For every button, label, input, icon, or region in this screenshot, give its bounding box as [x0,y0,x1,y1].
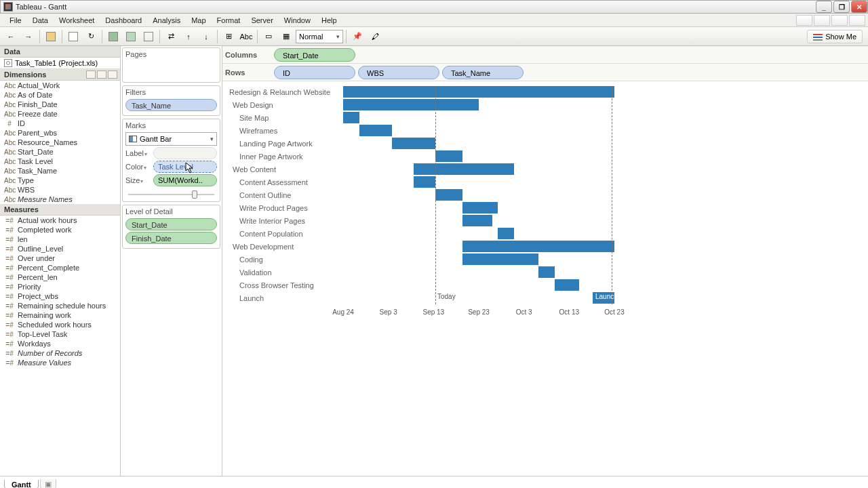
measure-field[interactable]: =#Remaining schedule hours [0,301,120,310]
lod-pill-finishdate[interactable]: Finish_Date [125,232,217,244]
label-shelf-label[interactable]: Label [125,149,151,157]
view-icon[interactable] [86,70,96,79]
menu-help[interactable]: Help [316,15,342,26]
col-pill-startdate[interactable]: Start_Date [274,48,355,62]
menu-dashboard[interactable]: Dashboard [100,15,147,26]
gantt-row[interactable]: Site Map [222,111,868,124]
row-pill-wbs[interactable]: WBS [358,66,439,79]
menu-format[interactable]: Format [212,15,246,26]
pages-shelf[interactable]: Pages [122,47,220,83]
layout-icon-3[interactable] [831,15,848,26]
measure-field[interactable]: =#Remaining work [0,310,120,320]
refresh-button[interactable]: ↻ [83,29,99,44]
gantt-row[interactable]: Inner Page Artwork [222,150,868,163]
back-button[interactable]: ← [3,29,19,44]
measure-field[interactable]: =#Scheduled work hours [0,320,120,329]
gantt-row[interactable]: Web Content [222,163,868,176]
home-icon[interactable] [849,15,865,26]
measure-field[interactable]: =#Priority [0,282,120,291]
size-shelf-label[interactable]: Size [125,176,151,184]
cards-button[interactable]: ▦ [278,29,294,44]
gantt-bar[interactable] [462,253,538,265]
gantt-bar[interactable] [538,266,555,278]
measure-field[interactable]: =#Measure Values [0,358,120,367]
measure-field[interactable]: =#Outline_Level [0,244,120,253]
menu-worksheet[interactable]: Worksheet [54,15,100,26]
gantt-row[interactable]: Content Outline [222,188,868,201]
minimize-button[interactable]: _ [816,1,832,13]
gantt-row[interactable]: Landing Page Artwork [222,137,868,150]
gantt-bar[interactable] [462,215,492,226]
dimension-field[interactable]: AbcFinish_Date [0,100,120,109]
sort-asc-button[interactable]: ↑ [180,29,197,44]
level-of-detail-shelf[interactable]: Level of Detail Start_Date Finish_Date [122,205,220,249]
size-shelf[interactable]: SUM(Workd.. [153,174,217,186]
row-pill-taskname[interactable]: Task_Name [442,66,524,79]
dimension-field[interactable]: AbcType [0,176,120,185]
menu-server[interactable]: Server [245,15,278,26]
gantt-bar[interactable] [359,125,392,136]
size-slider[interactable] [125,188,217,197]
measure-field[interactable]: =#Workdays [0,339,120,348]
clear-button[interactable] [140,29,157,44]
dimension-field[interactable]: AbcActual_Work [0,81,120,90]
menu-window[interactable]: Window [279,15,316,26]
dimension-field[interactable]: AbcAs of Date [0,90,120,100]
gantt-bar[interactable] [498,228,514,239]
gantt-bar[interactable] [414,176,435,188]
rows-shelf[interactable]: Rows ID WBS Task_Name [222,64,868,81]
save-button[interactable] [43,29,59,44]
gantt-bar[interactable] [343,112,359,123]
swap-button[interactable]: ⇄ [163,29,179,44]
color-shelf-label[interactable]: Color [125,163,151,171]
menu-file[interactable]: File [4,15,27,26]
measure-field[interactable]: =#Actual work hours [0,216,120,225]
gantt-bar[interactable] [462,202,498,214]
forward-button[interactable]: → [20,29,37,44]
menu-data[interactable]: Data [27,15,54,26]
show-me-button[interactable]: Show Me [807,30,863,43]
gantt-bar[interactable] [435,189,462,201]
label-shelf[interactable] [153,147,217,159]
chart-area[interactable]: Redesign & Relaunch Website Web Design S… [222,81,868,476]
measure-field[interactable]: =#Project_wbs [0,291,120,301]
dimension-field[interactable]: AbcTask Level [0,157,120,166]
gantt-row[interactable]: Web Design [222,98,868,111]
layout-icon-1[interactable] [796,15,812,26]
maximize-button[interactable]: ❐ [833,1,850,13]
gantt-bar[interactable] [343,86,614,98]
gantt-row[interactable]: Write Product Pages [222,201,868,214]
gantt-row[interactable]: Content Population [222,227,868,240]
gantt-bar[interactable] [555,279,579,291]
gantt-bar[interactable] [343,99,479,110]
new-sheet-tab[interactable]: ▣ [40,479,56,488]
mark-type-dropdown[interactable]: Gantt Bar [125,132,217,146]
dimension-field[interactable]: AbcWBS [0,185,120,195]
close-button[interactable]: ✕ [851,1,867,13]
new-sheet-button[interactable] [105,29,121,44]
dimension-field[interactable]: AbcResource_Names [0,138,120,147]
fit-combo[interactable]: Normal [296,30,343,43]
measure-field[interactable]: =#Top-Level Task [0,329,120,339]
connect-button[interactable] [65,29,81,44]
dimension-field[interactable]: AbcMeasure Names [0,195,120,204]
gantt-bar[interactable] [435,150,462,162]
labels-button[interactable]: Abc [238,29,254,44]
gantt-bar[interactable] [414,163,514,175]
duplicate-button[interactable] [123,29,139,44]
dimension-field[interactable]: AbcFreeze date [0,109,120,119]
menu-map[interactable]: Map [186,15,211,26]
gantt-bar[interactable] [462,241,614,252]
group-button[interactable]: ⊞ [220,29,237,44]
row-pill-id[interactable]: ID [274,66,355,79]
presentation-button[interactable]: ▭ [260,29,277,44]
gantt-row[interactable]: Content Assessment [222,176,868,188]
measure-field[interactable]: =#Percent_len [0,272,120,282]
gantt-row[interactable]: Wireframes [222,124,868,137]
sort-desc-button[interactable]: ↓ [198,29,214,44]
gantt-row[interactable]: Launch [222,291,868,304]
gantt-bar[interactable] [392,138,435,149]
columns-shelf[interactable]: Columns Start_Date [222,46,868,64]
measure-field[interactable]: =#Percent_Complete [0,263,120,272]
gantt-row[interactable]: Coding [222,253,868,266]
